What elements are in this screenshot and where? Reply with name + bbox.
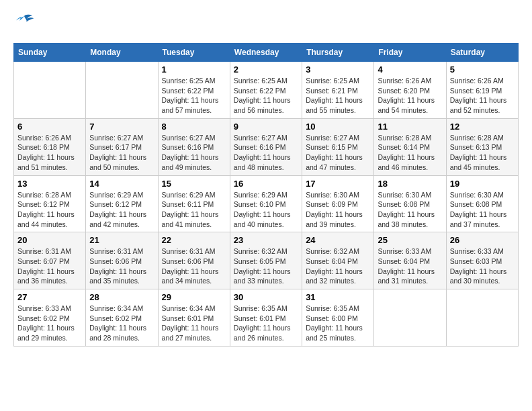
day-info: Sunrise: 6:33 AM Sunset: 6:03 PM Dayligh…	[450, 246, 515, 286]
day-info: Sunrise: 6:35 AM Sunset: 6:01 PM Dayligh…	[234, 304, 298, 343]
calendar-cell: 19Sunrise: 6:30 AM Sunset: 6:08 PM Dayli…	[446, 175, 518, 232]
day-of-week-header: Wednesday	[230, 44, 302, 62]
day-number: 24	[306, 235, 370, 245]
calendar-cell: 21Sunrise: 6:31 AM Sunset: 6:06 PM Dayli…	[86, 232, 158, 289]
day-number: 8	[162, 122, 226, 132]
calendar-table: SundayMondayTuesdayWednesdayThursdayFrid…	[13, 43, 519, 347]
calendar-cell	[14, 62, 86, 119]
calendar-cell: 25Sunrise: 6:33 AM Sunset: 6:04 PM Dayli…	[374, 232, 446, 289]
day-number: 29	[162, 292, 226, 302]
day-info: Sunrise: 6:31 AM Sunset: 6:06 PM Dayligh…	[162, 246, 226, 286]
day-info: Sunrise: 6:30 AM Sunset: 6:08 PM Dayligh…	[450, 190, 515, 230]
logo-bird-icon	[13, 13, 35, 32]
calendar-week-row: 6Sunrise: 6:26 AM Sunset: 6:18 PM Daylig…	[14, 118, 519, 175]
calendar-cell: 4Sunrise: 6:26 AM Sunset: 6:20 PM Daylig…	[374, 62, 446, 119]
day-info: Sunrise: 6:34 AM Sunset: 6:02 PM Dayligh…	[89, 304, 154, 343]
day-info: Sunrise: 6:33 AM Sunset: 6:02 PM Dayligh…	[17, 304, 82, 343]
calendar-cell: 2Sunrise: 6:25 AM Sunset: 6:22 PM Daylig…	[230, 62, 302, 119]
day-info: Sunrise: 6:28 AM Sunset: 6:13 PM Dayligh…	[450, 133, 515, 173]
day-number: 16	[234, 179, 298, 189]
calendar-cell: 23Sunrise: 6:32 AM Sunset: 6:05 PM Dayli…	[230, 232, 302, 289]
calendar-cell: 8Sunrise: 6:27 AM Sunset: 6:16 PM Daylig…	[158, 118, 230, 175]
calendar-week-row: 20Sunrise: 6:31 AM Sunset: 6:07 PM Dayli…	[14, 232, 519, 289]
day-number: 2	[234, 64, 298, 75]
day-of-week-header: Thursday	[302, 44, 374, 62]
day-number: 9	[234, 122, 298, 132]
calendar-cell: 10Sunrise: 6:27 AM Sunset: 6:15 PM Dayli…	[302, 118, 374, 175]
day-info: Sunrise: 6:29 AM Sunset: 6:10 PM Dayligh…	[234, 190, 298, 230]
calendar-cell: 14Sunrise: 6:29 AM Sunset: 6:12 PM Dayli…	[86, 175, 158, 232]
day-number: 4	[378, 64, 442, 75]
day-info: Sunrise: 6:29 AM Sunset: 6:11 PM Dayligh…	[162, 190, 226, 230]
day-of-week-header: Tuesday	[158, 44, 230, 62]
day-number: 10	[306, 122, 370, 132]
day-info: Sunrise: 6:30 AM Sunset: 6:09 PM Dayligh…	[306, 190, 370, 230]
day-of-week-header: Friday	[374, 44, 446, 62]
calendar-cell: 7Sunrise: 6:27 AM Sunset: 6:17 PM Daylig…	[86, 118, 158, 175]
day-info: Sunrise: 6:25 AM Sunset: 6:21 PM Dayligh…	[306, 76, 370, 116]
day-info: Sunrise: 6:28 AM Sunset: 6:14 PM Dayligh…	[378, 133, 442, 173]
day-info: Sunrise: 6:32 AM Sunset: 6:04 PM Dayligh…	[306, 246, 370, 286]
day-info: Sunrise: 6:26 AM Sunset: 6:20 PM Dayligh…	[378, 76, 442, 116]
calendar-cell	[86, 62, 158, 119]
day-info: Sunrise: 6:26 AM Sunset: 6:19 PM Dayligh…	[450, 76, 515, 116]
calendar-cell: 6Sunrise: 6:26 AM Sunset: 6:18 PM Daylig…	[14, 118, 86, 175]
day-number: 6	[17, 122, 82, 132]
day-number: 11	[378, 122, 442, 132]
day-info: Sunrise: 6:26 AM Sunset: 6:18 PM Dayligh…	[17, 133, 82, 173]
calendar-cell: 5Sunrise: 6:26 AM Sunset: 6:19 PM Daylig…	[446, 62, 518, 119]
day-number: 23	[234, 235, 298, 245]
day-info: Sunrise: 6:29 AM Sunset: 6:12 PM Dayligh…	[89, 190, 154, 230]
calendar-header-row: SundayMondayTuesdayWednesdayThursdayFrid…	[14, 44, 519, 62]
day-number: 5	[450, 64, 515, 75]
day-info: Sunrise: 6:35 AM Sunset: 6:00 PM Dayligh…	[306, 304, 370, 343]
day-number: 31	[306, 292, 370, 302]
day-info: Sunrise: 6:27 AM Sunset: 6:15 PM Dayligh…	[306, 133, 370, 173]
day-info: Sunrise: 6:27 AM Sunset: 6:16 PM Dayligh…	[234, 133, 298, 173]
day-info: Sunrise: 6:33 AM Sunset: 6:04 PM Dayligh…	[378, 246, 442, 286]
day-number: 18	[378, 179, 442, 189]
day-of-week-header: Sunday	[14, 44, 86, 62]
day-info: Sunrise: 6:25 AM Sunset: 6:22 PM Dayligh…	[162, 76, 226, 116]
day-number: 1	[162, 64, 226, 75]
calendar-cell: 28Sunrise: 6:34 AM Sunset: 6:02 PM Dayli…	[86, 289, 158, 347]
calendar-cell: 3Sunrise: 6:25 AM Sunset: 6:21 PM Daylig…	[302, 62, 374, 119]
day-number: 3	[306, 64, 370, 75]
calendar-cell: 31Sunrise: 6:35 AM Sunset: 6:00 PM Dayli…	[302, 289, 374, 347]
day-info: Sunrise: 6:27 AM Sunset: 6:16 PM Dayligh…	[162, 133, 226, 173]
day-number: 28	[89, 292, 154, 302]
day-info: Sunrise: 6:34 AM Sunset: 6:01 PM Dayligh…	[162, 304, 226, 343]
calendar-cell: 20Sunrise: 6:31 AM Sunset: 6:07 PM Dayli…	[14, 232, 86, 289]
calendar-cell: 9Sunrise: 6:27 AM Sunset: 6:16 PM Daylig…	[230, 118, 302, 175]
logo	[13, 13, 38, 32]
calendar-cell: 13Sunrise: 6:28 AM Sunset: 6:12 PM Dayli…	[14, 175, 86, 232]
calendar-cell: 11Sunrise: 6:28 AM Sunset: 6:14 PM Dayli…	[374, 118, 446, 175]
day-number: 15	[162, 179, 226, 189]
calendar-cell: 22Sunrise: 6:31 AM Sunset: 6:06 PM Dayli…	[158, 232, 230, 289]
calendar-week-row: 27Sunrise: 6:33 AM Sunset: 6:02 PM Dayli…	[14, 289, 519, 347]
day-info: Sunrise: 6:31 AM Sunset: 6:06 PM Dayligh…	[89, 246, 154, 286]
day-number: 19	[450, 179, 515, 189]
calendar-cell: 18Sunrise: 6:30 AM Sunset: 6:08 PM Dayli…	[374, 175, 446, 232]
calendar-cell: 1Sunrise: 6:25 AM Sunset: 6:22 PM Daylig…	[158, 62, 230, 119]
day-info: Sunrise: 6:32 AM Sunset: 6:05 PM Dayligh…	[234, 246, 298, 286]
day-info: Sunrise: 6:30 AM Sunset: 6:08 PM Dayligh…	[378, 190, 442, 230]
day-number: 22	[162, 235, 226, 245]
day-number: 13	[17, 179, 82, 189]
calendar-cell: 12Sunrise: 6:28 AM Sunset: 6:13 PM Dayli…	[446, 118, 518, 175]
page-header	[13, 13, 519, 32]
calendar-cell: 17Sunrise: 6:30 AM Sunset: 6:09 PM Dayli…	[302, 175, 374, 232]
calendar-cell: 15Sunrise: 6:29 AM Sunset: 6:11 PM Dayli…	[158, 175, 230, 232]
day-number: 27	[17, 292, 82, 302]
day-of-week-header: Saturday	[446, 44, 518, 62]
calendar-cell: 26Sunrise: 6:33 AM Sunset: 6:03 PM Dayli…	[446, 232, 518, 289]
calendar-cell: 27Sunrise: 6:33 AM Sunset: 6:02 PM Dayli…	[14, 289, 86, 347]
day-number: 17	[306, 179, 370, 189]
day-info: Sunrise: 6:28 AM Sunset: 6:12 PM Dayligh…	[17, 190, 82, 230]
day-number: 7	[89, 122, 154, 132]
day-number: 21	[89, 235, 154, 245]
calendar-week-row: 13Sunrise: 6:28 AM Sunset: 6:12 PM Dayli…	[14, 175, 519, 232]
day-number: 26	[450, 235, 515, 245]
calendar-cell	[374, 289, 446, 347]
calendar-cell: 29Sunrise: 6:34 AM Sunset: 6:01 PM Dayli…	[158, 289, 230, 347]
